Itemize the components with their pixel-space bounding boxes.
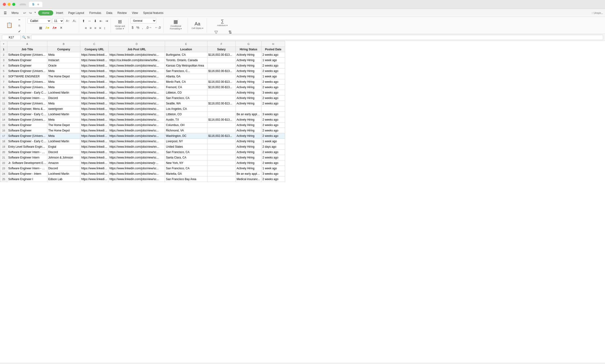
cell-A23[interactable]: Software Engineer Intern - Sec... xyxy=(7,166,47,171)
cell-C11[interactable]: https://www.linkedin.com/comp... xyxy=(80,101,109,106)
cell-F10[interactable] xyxy=(207,95,236,101)
cell-D15[interactable]: https://www.linkedin.com/jobs/view/sc... xyxy=(109,122,165,128)
menu-item-review[interactable]: Review xyxy=(115,10,129,15)
cell-E9[interactable]: Littleton, CO xyxy=(165,90,207,95)
cell-B13[interactable]: Lockheed Martin xyxy=(47,112,80,117)
header-cell-D[interactable]: Job Post URL xyxy=(109,47,165,52)
menu-item-data[interactable]: Data xyxy=(104,10,114,15)
cell-C19[interactable]: https://www.linkedin.com/comp... xyxy=(80,144,109,150)
font-selector[interactable]: Calibri xyxy=(28,18,51,24)
cell-D19[interactable]: https://www.linkedin.com/jobs/view/en... xyxy=(109,144,165,150)
text-direction-button[interactable]: ↕ xyxy=(103,25,107,31)
menu-item-view[interactable]: View xyxy=(129,10,140,15)
cell-D10[interactable]: https://www.linkedin.com/jobs/view/sc... xyxy=(109,95,165,101)
more-button[interactable]: ▾ xyxy=(34,11,37,15)
close-button[interactable] xyxy=(3,3,6,6)
cell-F2[interactable]: $116,002.00-$13... xyxy=(207,52,236,58)
cell-B22[interactable]: Amazon xyxy=(47,160,80,166)
cell-E16[interactable]: Richmond, VA xyxy=(165,128,207,133)
col-header-e[interactable]: E xyxy=(165,41,207,47)
cell-E24[interactable]: Marietta, GA xyxy=(165,171,207,177)
maximize-button[interactable] xyxy=(12,3,15,6)
decrease-decimal-button[interactable]: ←.0 xyxy=(153,25,162,31)
cell-B6[interactable]: The Home Depot xyxy=(47,74,80,79)
cell-H15[interactable]: 2 weeks ago xyxy=(261,122,285,128)
cell-H3[interactable]: 1 week ago xyxy=(261,58,285,63)
align-justify-button[interactable]: ≡ xyxy=(98,25,102,31)
cell-D3[interactable]: https://ca.linkedin.com/jobs/view/softw.… xyxy=(109,58,165,63)
cell-G4[interactable]: Actively Hiring xyxy=(236,63,261,68)
cell-F16[interactable] xyxy=(207,128,236,133)
cell-F3[interactable] xyxy=(207,58,236,63)
cell-G12[interactable] xyxy=(236,106,261,112)
cell-G8[interactable]: Actively Hiring xyxy=(236,85,261,90)
cell-F11[interactable]: $116,002.00-$13... xyxy=(207,101,236,106)
cell-C8[interactable]: https://www.linkedin.com/comp... xyxy=(80,85,109,90)
cell-B19[interactable]: Engtal xyxy=(47,144,80,150)
cell-A7[interactable]: Software Engineer (University... xyxy=(7,79,47,85)
format-painter-button[interactable]: 🖌 xyxy=(15,29,24,33)
cell-G18[interactable]: Actively Hiring xyxy=(236,139,261,144)
header-cell-E[interactable]: Location xyxy=(165,47,207,52)
copy-button[interactable]: ⎘ xyxy=(15,23,24,28)
undo-button[interactable]: ↩ xyxy=(22,11,27,15)
cell-B3[interactable]: Instacart xyxy=(47,58,80,63)
cell-B20[interactable]: Discord xyxy=(47,150,80,155)
italic-button[interactable] xyxy=(31,27,34,28)
cell-A17[interactable]: Software Engineer (University... xyxy=(7,133,47,139)
cell-C24[interactable]: https://www.linkedin.com/comp... xyxy=(80,171,109,177)
cell-D8[interactable]: https://www.linkedin.com/jobs/view/sc... xyxy=(109,85,165,90)
cell-E13[interactable]: Littleton, CO xyxy=(165,112,207,117)
col-header-h[interactable]: H xyxy=(261,41,285,47)
cell-C21[interactable]: https://www.linkedin.com/comp... xyxy=(80,155,109,160)
cell-G2[interactable]: Actively Hiring xyxy=(236,52,261,58)
cell-E22[interactable]: New York, NY xyxy=(165,160,207,166)
cell-G5[interactable]: Actively Hiring xyxy=(236,68,261,74)
cell-D24[interactable]: https://www.linkedin.com/jobs/view/sc... xyxy=(109,171,165,177)
cell-F13[interactable] xyxy=(207,112,236,117)
cell-H4[interactable]: 2 weeks ago xyxy=(261,63,285,68)
cell-C5[interactable]: https://www.linkedin.com/comp... xyxy=(80,68,109,74)
cell-G14[interactable]: Actively Hiring xyxy=(236,117,261,122)
align-top-button[interactable]: ⬆ xyxy=(81,18,86,24)
cell-B16[interactable]: The Home Depot xyxy=(47,128,80,133)
cell-D23[interactable]: https://www.linkedin.com/jobs/view/sc... xyxy=(109,166,165,171)
thousand-sep-button[interactable]: , xyxy=(141,25,144,31)
cell-F20[interactable] xyxy=(207,150,236,155)
cell-H24[interactable]: 3 weeks ago xyxy=(261,171,285,177)
cell-styles-button[interactable]: Aa Cell Styles ▾ xyxy=(190,20,205,31)
cell-A10[interactable]: Software Engineer Intern - Per... xyxy=(7,95,47,101)
cell-A3[interactable]: Software Engineer xyxy=(7,58,47,63)
cell-D7[interactable]: https://www.linkedin.com/jobs/view/sc... xyxy=(109,79,165,85)
merge-center-button[interactable]: ⊞ Merge and Center ▾ xyxy=(113,18,127,31)
cell-E15[interactable]: Columbus, OH xyxy=(165,122,207,128)
cell-C3[interactable]: https://www.linkedin.com/comp... xyxy=(80,58,109,63)
cell-E23[interactable]: San Francisco, CA xyxy=(165,166,207,171)
cell-F22[interactable] xyxy=(207,160,236,166)
menu-item-home[interactable]: Home xyxy=(38,10,53,15)
cell-F15[interactable] xyxy=(207,122,236,128)
size-selector[interactable]: 11 xyxy=(52,18,64,24)
cell-F21[interactable] xyxy=(207,155,236,160)
cell-D11[interactable]: https://www.linkedin.com/jobs/view/sc... xyxy=(109,101,165,106)
cell-A2[interactable]: Software Engineer (University... xyxy=(7,52,47,58)
hamburger-menu[interactable]: ☰ xyxy=(2,10,9,16)
cell-H13[interactable]: 3 weeks ago xyxy=(261,112,285,117)
cell-H21[interactable]: 2 weeks ago xyxy=(261,155,285,160)
cell-C20[interactable]: https://www.linkedin.com/comp... xyxy=(80,150,109,155)
cell-D20[interactable]: https://www.linkedin.com/jobs/view/sc... xyxy=(109,150,165,155)
cell-E17[interactable]: Washington, DC xyxy=(165,133,207,139)
cell-D12[interactable]: https://www.linkedin.com/jobs/view/sc... xyxy=(109,106,165,112)
formula-input[interactable] xyxy=(31,35,603,40)
unsync-button[interactable]: ↑ Unsyn... xyxy=(591,12,603,14)
clear-format-button[interactable]: ✕ xyxy=(59,25,64,31)
col-header-c[interactable]: C xyxy=(80,41,109,47)
cell-B23[interactable]: Discord xyxy=(47,166,80,171)
cell-G6[interactable]: Actively Hiring xyxy=(236,74,261,79)
cell-F6[interactable] xyxy=(207,74,236,79)
underline-button[interactable] xyxy=(35,27,37,28)
cell-C17[interactable]: https://www.linkedin.com/comp... xyxy=(80,133,109,139)
decrease-font-button[interactable]: A↓ xyxy=(71,18,77,24)
menu-item-special[interactable]: Special features xyxy=(141,10,166,15)
cell-A8[interactable]: Software Engineer (University... xyxy=(7,85,47,90)
